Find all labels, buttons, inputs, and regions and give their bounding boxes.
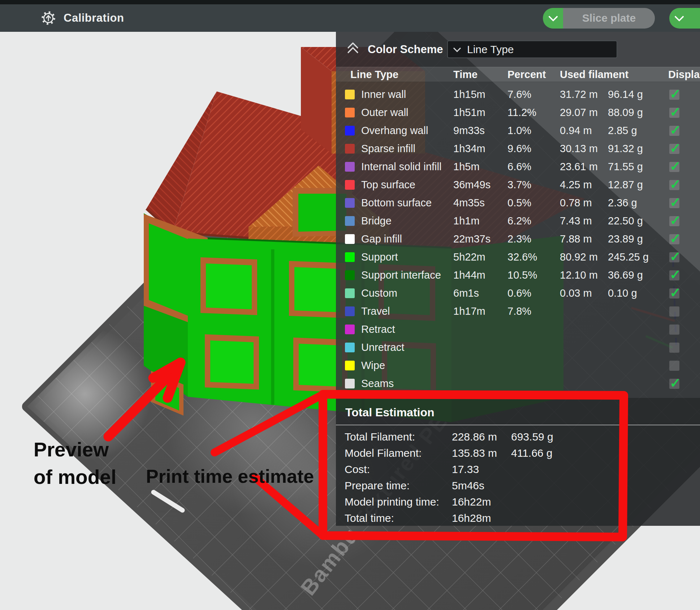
table-row: Retract: [336, 321, 700, 339]
color-scheme-dropdown[interactable]: Line Type: [447, 40, 617, 58]
filament-length-value: 0.94 m: [560, 125, 592, 137]
display-checkbox[interactable]: [669, 180, 679, 190]
display-checkbox[interactable]: [669, 90, 679, 100]
time-value: 1h5m: [453, 161, 480, 173]
estimation-value: 16h22m: [452, 496, 491, 508]
line-type-label: Custom: [361, 287, 397, 299]
annotation-label-preview: Preview of model: [34, 436, 116, 491]
filament-length-value: 4.25 m: [560, 179, 592, 191]
preview-legend-panel: Color Scheme Line Type Line Type Time Pe…: [336, 32, 700, 526]
line-type-color-swatch: [345, 216, 355, 226]
display-checkbox[interactable]: [669, 252, 679, 262]
time-value: 36m49s: [453, 179, 491, 191]
time-value: 5h22m: [453, 251, 485, 263]
line-type-color-swatch: [345, 144, 355, 154]
line-type-color-swatch: [345, 270, 355, 280]
estimation-row: Model printing time:16h22m: [336, 494, 700, 510]
estimation-row: Prepare time:5m46s: [336, 477, 700, 494]
percent-value: 2.3%: [507, 233, 531, 245]
estimation-label: Prepare time:: [345, 480, 410, 492]
column-header-used-filament: Used filament: [560, 69, 628, 81]
display-checkbox[interactable]: [669, 198, 679, 208]
calibration-gear-icon: [40, 10, 56, 26]
display-checkbox[interactable]: [669, 325, 679, 335]
slice-plate-button[interactable]: Slice plate: [563, 8, 655, 29]
table-row: Gap infill22m37s2.3%7.88 m23.89 g: [336, 230, 700, 248]
divider: [336, 425, 700, 425]
filament-length-value: 80.92 m: [560, 251, 598, 263]
estimation-rows: Total Filament:228.86 m693.59 gModel Fil…: [336, 429, 700, 526]
estimation-label: Model printing time:: [345, 496, 439, 508]
time-value: 1h15m: [453, 89, 485, 100]
line-type-label: Bottom surface: [361, 197, 432, 209]
filament-weight-value: 2.85 g: [608, 125, 637, 137]
page-title: Calibration: [64, 12, 124, 25]
display-checkbox[interactable]: [669, 288, 679, 298]
display-checkbox[interactable]: [669, 343, 679, 353]
display-checkbox[interactable]: [669, 108, 679, 118]
line-type-label: Seams: [361, 378, 394, 390]
table-row: Wipe: [336, 357, 700, 375]
table-row: Top surface36m49s3.7%4.25 m12.87 g: [336, 176, 700, 194]
window-top-strip: [0, 0, 700, 4]
time-value: 1h51m: [453, 107, 485, 119]
table-row: Overhang wall9m33s1.0%0.94 m2.85 g: [336, 122, 700, 140]
time-value: 1h44m: [453, 269, 485, 281]
percent-value: 1.0%: [507, 125, 531, 137]
dropdown-selected-value: Line Type: [467, 43, 514, 56]
line-type-color-swatch: [345, 162, 355, 172]
line-type-label: Travel: [361, 305, 390, 317]
filament-length-value: 7.43 m: [560, 215, 592, 227]
line-type-label: Wipe: [361, 360, 385, 371]
time-value: 9m33s: [453, 125, 485, 137]
percent-value: 6.2%: [507, 215, 531, 227]
table-row: Outer wall1h51m11.2%29.07 m88.09 g: [336, 104, 700, 122]
line-type-color-swatch: [345, 252, 355, 262]
display-checkbox[interactable]: [669, 306, 679, 317]
estimation-value: 5m46s: [452, 480, 484, 492]
line-type-label: Outer wall: [361, 107, 409, 119]
display-checkbox[interactable]: [669, 270, 679, 280]
estimation-row: Total time:16h28m: [336, 510, 700, 526]
collapse-panel-icon[interactable]: [347, 42, 361, 57]
slice-split-button: Slice plate: [543, 8, 655, 29]
table-row: Unretract: [336, 339, 700, 357]
time-value: 22m37s: [453, 233, 491, 245]
percent-value: 32.6%: [507, 251, 537, 263]
percent-value: 0.5%: [507, 197, 531, 209]
estimation-label: Cost:: [345, 463, 370, 476]
estimation-label: Total time:: [345, 512, 394, 524]
time-value: 1h1m: [453, 215, 480, 227]
line-type-label: Top surface: [361, 179, 415, 191]
line-type-label: Internal solid infill: [361, 161, 441, 173]
column-header-time: Time: [453, 69, 478, 81]
top-bar: Calibration Slice plate: [0, 4, 700, 32]
total-estimation-section: Total Estimation Total Filament:228.86 m…: [336, 398, 700, 526]
color-scheme-header: Color Scheme Line Type: [336, 32, 700, 67]
table-row: Support interface1h44m10.5%12.10 m36.69 …: [336, 266, 700, 284]
column-header-percent: Percent: [507, 69, 546, 81]
display-checkbox[interactable]: [669, 126, 679, 136]
display-checkbox[interactable]: [669, 379, 679, 389]
filament-weight-value: 88.09 g: [608, 107, 643, 119]
total-estimation-title: Total Estimation: [345, 406, 435, 419]
display-checkbox[interactable]: [669, 162, 679, 172]
line-type-color-swatch: [345, 234, 355, 244]
slice-options-button[interactable]: [543, 8, 563, 29]
line-type-color-swatch: [345, 325, 355, 334]
percent-value: 11.2%: [507, 107, 536, 119]
table-row: Seams: [336, 375, 700, 393]
filament-length-value: 0.78 m: [560, 197, 592, 209]
display-checkbox[interactable]: [669, 216, 679, 226]
percent-value: 9.6%: [507, 143, 531, 155]
display-checkbox[interactable]: [669, 361, 679, 371]
chevron-down-icon: [674, 12, 684, 21]
percent-value: 3.7%: [507, 179, 531, 191]
percent-value: 7.8%: [507, 305, 531, 317]
display-checkbox[interactable]: [669, 144, 679, 154]
table-row: Internal solid infill1h5m6.6%23.61 m71.5…: [336, 158, 700, 176]
display-checkbox[interactable]: [669, 234, 679, 244]
filament-length-value: 0.03 m: [560, 287, 592, 299]
print-options-button[interactable]: [669, 8, 700, 29]
filament-weight-value: 36.69 g: [608, 269, 643, 281]
